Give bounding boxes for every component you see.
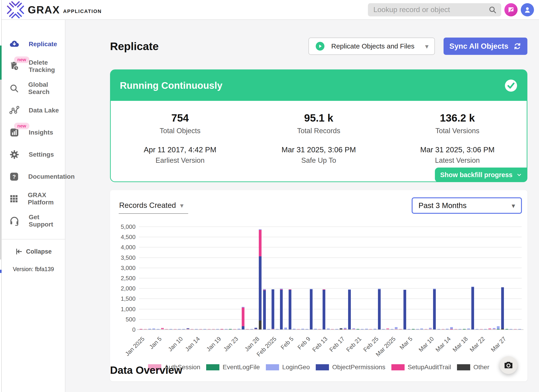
date-range-dropdown[interactable]: Past 3 Months ▾	[412, 197, 522, 214]
bar-segment	[289, 289, 291, 290]
bar-segment	[242, 326, 245, 329]
show-backfill-progress-button[interactable]: Show backfill progress	[435, 168, 527, 182]
bar-segment	[284, 328, 287, 329]
caret-down-icon: ▾	[512, 202, 515, 210]
sidebar-item-label: Get Support	[29, 213, 65, 228]
stat-date: Apr 11 2017, 4:42 PM	[111, 146, 250, 154]
y-tick-label: 3,500	[121, 254, 135, 261]
stat-date-label: Safe Up To	[250, 156, 388, 165]
y-tick-label: 500	[126, 316, 135, 323]
bar-segment	[404, 290, 406, 329]
bar-segment	[352, 328, 355, 329]
bar-segment	[433, 289, 436, 289]
global-lookup-search[interactable]	[368, 3, 501, 16]
search-input[interactable]	[373, 5, 488, 14]
status-title: Running Continuously	[120, 80, 222, 91]
metric-dropdown-label: Records Created	[119, 201, 176, 210]
screenshot-camera-button[interactable]	[500, 356, 517, 374]
bar-segment	[259, 321, 261, 329]
bar-segment	[272, 289, 274, 329]
sidebar-item-insights[interactable]: new Insights	[2, 121, 65, 143]
legend-item: EventLogFile	[206, 364, 260, 371]
edge-gray-segment	[0, 80, 2, 260]
y-tick-label: 2,500	[121, 275, 135, 282]
edge-green-segment	[0, 46, 2, 80]
stat-date: Mar 31 2025, 3:06 PM	[250, 146, 388, 154]
bar-segment	[280, 289, 283, 290]
bar-segment	[259, 256, 261, 321]
stat-label: Total Objects	[111, 127, 250, 135]
sidebar-item-settings[interactable]: Settings	[2, 143, 65, 165]
bar-segment	[259, 229, 261, 230]
sync-all-objects-button[interactable]: Sync All Objects	[443, 38, 527, 55]
bar-segment	[310, 289, 313, 289]
stat-date-label: Latest Version	[388, 156, 527, 165]
page-title: Replicate	[110, 40, 159, 52]
backfill-button-label: Show backfill progress	[440, 171, 512, 179]
sidebar-item-label: Settings	[29, 151, 54, 158]
brand-suffix: APPLICATION	[63, 8, 102, 14]
brand-name: GRAX	[28, 4, 60, 16]
bar-segment	[395, 327, 398, 329]
feedback-icon	[507, 6, 515, 14]
sidebar-item-documentation[interactable]: ? Documentation	[2, 165, 65, 188]
chart-plot	[139, 227, 522, 329]
new-badge: new	[14, 123, 29, 129]
bar-segment	[242, 307, 245, 326]
stat-value: 754	[111, 112, 250, 124]
account-button[interactable]	[521, 3, 534, 16]
bar-segment	[263, 290, 266, 290]
y-tick-label: 4,500	[121, 234, 135, 241]
data-lake-icon	[9, 105, 19, 116]
sidebar-item-label: Data Lake	[29, 107, 59, 114]
bar-segment	[322, 290, 325, 329]
replication-status-card: Running Continuously 754 Total Objects A…	[110, 69, 527, 182]
bar-segment	[450, 327, 453, 329]
collapse-icon	[15, 248, 23, 255]
sidebar-item-grax-platform[interactable]: GRAX Platform	[2, 188, 65, 210]
replicate-mode-dropdown[interactable]: Replicate Objects and Files ▾	[308, 38, 435, 55]
sidebar-item-get-support[interactable]: Get Support	[2, 210, 65, 232]
legend-item: SetupAuditTrail	[391, 364, 451, 371]
version-label: Version: fbfa139	[2, 266, 65, 273]
bar-segment	[280, 290, 283, 329]
bar-segment	[280, 289, 283, 289]
legend-item: LoginGeo	[266, 364, 310, 371]
gridline	[139, 319, 522, 320]
sidebar-item-replicate[interactable]: Replicate	[2, 33, 65, 55]
records-chart-card: Records Created ▾ Past 3 Months ▾ 05001,…	[110, 190, 527, 381]
sidebar-item-label: Replicate	[29, 41, 57, 48]
feedback-button[interactable]	[504, 3, 518, 16]
bar-segment	[161, 328, 164, 329]
gridline	[139, 278, 522, 279]
stat-total-objects: 754 Total Objects Apr 11 2017, 4:42 PM E…	[111, 112, 250, 165]
sidebar-item-label: Delete Tracking	[29, 59, 65, 74]
collapse-sidebar-button[interactable]: Collapse	[15, 248, 52, 255]
sidebar-item-data-lake[interactable]: Data Lake	[2, 99, 65, 121]
gridline	[139, 237, 522, 237]
metric-dropdown[interactable]: Records Created ▾	[119, 201, 188, 214]
bar-segment	[259, 230, 261, 256]
stat-label: Total Versions	[388, 127, 527, 135]
stat-date: Mar 31 2025, 3:06 PM	[388, 146, 527, 154]
legend-swatch	[457, 364, 470, 370]
data-overview-heading: Data Overview	[110, 364, 182, 376]
sidebar-item-global-search[interactable]: Global Search	[2, 77, 65, 99]
grid-icon	[9, 194, 19, 204]
gridline	[139, 227, 522, 227]
y-tick-label: 1,500	[121, 295, 135, 302]
gridline	[139, 288, 522, 289]
stat-value: 95.1 k	[250, 112, 388, 124]
gridline	[139, 268, 522, 268]
bar-segment	[471, 287, 474, 287]
sidebar-item-delete-tracking[interactable]: new Delete Tracking	[2, 55, 65, 77]
collapse-label: Collapse	[26, 248, 52, 255]
edge-blue-segment	[0, 270, 2, 273]
bar-segment	[289, 290, 291, 329]
legend-swatch	[266, 364, 279, 370]
stat-total-versions: 136.2 k Total Versions Mar 31 2025, 3:06…	[388, 112, 527, 165]
gridline	[139, 309, 522, 309]
legend-label: SetupAuditTrail	[408, 364, 451, 371]
bar-segment	[310, 289, 313, 329]
chart-x-axis-line	[137, 329, 524, 330]
